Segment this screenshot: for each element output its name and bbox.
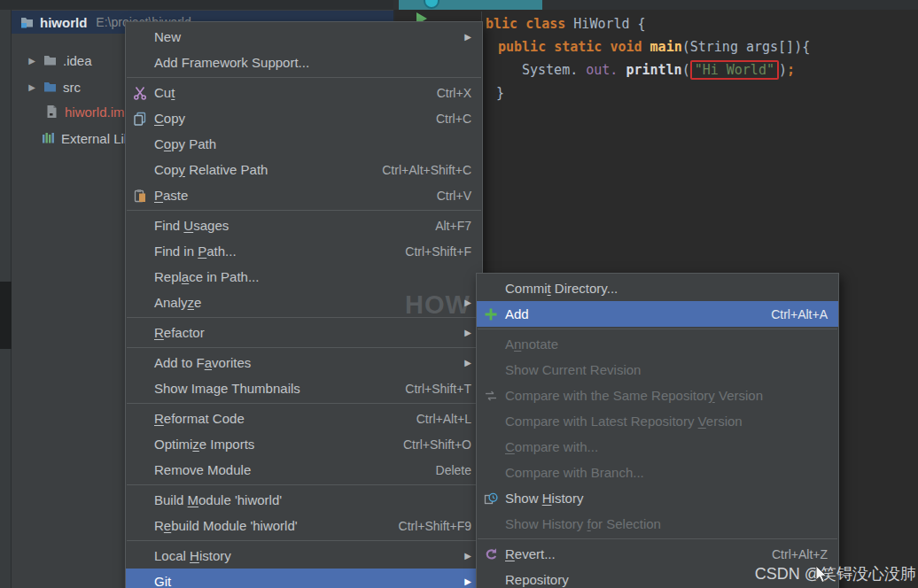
- menu-item-shortcut: Ctrl+Shift+O: [387, 437, 471, 452]
- folder-blue-icon: [43, 80, 58, 94]
- menu-item-label: Commit Directory...: [505, 281, 618, 296]
- library-icon: [41, 131, 56, 145]
- blank-icon: [133, 437, 154, 452]
- tool-window-stripe: [0, 10, 12, 588]
- blank-icon: [484, 337, 505, 352]
- code-token: public static void: [498, 39, 650, 55]
- menu-item-shortcut: Ctrl+X: [421, 86, 471, 100]
- menu-item-find-in-path[interactable]: Find in Path...Ctrl+Shift+F: [126, 238, 482, 264]
- tree-item-label: hiworld.iml: [65, 104, 128, 120]
- blank-icon: [484, 517, 505, 531]
- menu-separator: [478, 329, 837, 329]
- blank-icon: [133, 326, 154, 340]
- blank-icon: [133, 549, 154, 563]
- expand-chevron-icon[interactable]: ▶: [27, 56, 37, 66]
- menu-item-git[interactable]: Git▶: [126, 569, 482, 588]
- submenu-arrow-icon: ▶: [462, 576, 471, 586]
- code-token: HiWorld {: [573, 16, 645, 32]
- menu-item-add-framework-support[interactable]: Add Framework Support...: [126, 50, 482, 75]
- how-watermark: HOW: [405, 290, 471, 320]
- stripe-dark-patch: [0, 282, 12, 349]
- paste-icon: [133, 189, 154, 203]
- menu-item-label: Show Image Thumbnails: [154, 381, 300, 396]
- hist-icon: [484, 491, 505, 506]
- blank-icon: [133, 356, 154, 370]
- menu-item-refactor[interactable]: Refactor▶: [126, 320, 482, 345]
- menu-item-label: Local History: [154, 548, 231, 563]
- menu-item-show-history-for-selection: Show History for Selection: [477, 511, 838, 537]
- blank-icon: [133, 30, 154, 44]
- menu-item-label: Copy Relative Path: [154, 162, 268, 177]
- blank-icon: [133, 296, 154, 310]
- menu-item-rebuild-module-hiworld[interactable]: Rebuild Module 'hiworld'Ctrl+Shift+F9: [126, 513, 482, 538]
- menu-item-label: Copy: [154, 111, 185, 126]
- menu-item-cut[interactable]: CutCtrl+X: [126, 80, 482, 105]
- tree-item-label: src: [63, 80, 81, 95]
- ide-window: hiworld E:\project\hiworld ▶.idea▶srchiw…: [0, 0, 918, 588]
- revert-icon: [484, 547, 505, 561]
- menu-item-commit-directory[interactable]: Commit Directory...: [477, 275, 838, 301]
- menu-item-add-to-favorites[interactable]: Add to Favorites▶: [126, 350, 482, 375]
- menu-item-optimize-imports[interactable]: Optimize ImportsCtrl+Shift+O: [126, 431, 482, 457]
- menu-item-shortcut: Ctrl+Shift+F: [389, 244, 471, 259]
- menu-item-label: Compare with...: [505, 439, 598, 454]
- code-token: System.: [522, 62, 586, 78]
- menu-item-copy-relative-path[interactable]: Copy Relative PathCtrl+Alt+Shift+C: [126, 157, 482, 182]
- blank-icon: [133, 382, 154, 396]
- project-root-name: hiworld: [40, 15, 87, 30]
- menu-item-label: Optimize Imports: [154, 437, 254, 452]
- blank-icon: [484, 573, 505, 587]
- code-token: (: [682, 62, 690, 78]
- menu-item-remove-module[interactable]: Remove ModuleDelete: [126, 457, 482, 483]
- blank-icon: [484, 282, 505, 296]
- blank-icon: [133, 519, 154, 533]
- menu-item-paste[interactable]: PasteCtrl+V: [126, 182, 482, 208]
- menu-item-add[interactable]: AddCtrl+Alt+A: [477, 301, 838, 327]
- menu-item-compare-with-the-same-repository-version: Compare with the Same Repository Version: [477, 383, 838, 408]
- menu-item-label: Reformat Code: [154, 411, 245, 426]
- menu-item-find-usages[interactable]: Find UsagesAlt+F7: [126, 213, 482, 238]
- code-token: class: [525, 16, 573, 32]
- menu-item-shortcut: Ctrl+Alt+Z: [756, 547, 828, 561]
- blank-icon: [133, 463, 154, 477]
- plus-icon: [484, 307, 505, 321]
- blank-icon: [484, 414, 505, 429]
- menu-item-show-image-thumbnails[interactable]: Show Image ThumbnailsCtrl+Shift+T: [126, 375, 482, 401]
- menu-item-reformat-code[interactable]: Reformat CodeCtrl+Alt+L: [126, 406, 482, 431]
- blank-icon: [133, 219, 154, 233]
- menu-item-label: Revert...: [505, 546, 556, 561]
- editor-tab-selected[interactable]: [399, 0, 542, 10]
- menu-item-replace-in-path[interactable]: Replace in Path...: [126, 264, 482, 290]
- menu-item-copy[interactable]: CopyCtrl+C: [126, 105, 482, 131]
- code-token: (String args[]){: [682, 39, 811, 55]
- menu-item-show-history[interactable]: Show History: [477, 485, 838, 511]
- git-submenu: Commit Directory...AddCtrl+Alt+AAnnotate…: [476, 273, 839, 588]
- submenu-arrow-icon: ▶: [462, 358, 471, 368]
- menu-item-shortcut: Ctrl+Shift+T: [389, 382, 471, 396]
- menu-item-label: Show Current Revision: [505, 362, 641, 377]
- submenu-arrow-icon: ▶: [462, 32, 471, 42]
- menu-item-label: Show History: [505, 491, 583, 506]
- menu-separator: [127, 540, 481, 541]
- menu-item-label: Build Module 'hiworld': [154, 492, 282, 507]
- menu-item-label: Repository: [505, 572, 569, 587]
- code-token: ;: [787, 62, 795, 78]
- menu-item-label: Compare with Branch...: [505, 465, 644, 480]
- menu-item-build-module-hiworld[interactable]: Build Module 'hiworld': [126, 487, 482, 513]
- blank-icon: [484, 363, 505, 377]
- blank-icon: [133, 412, 154, 426]
- menu-separator: [127, 77, 481, 78]
- menu-item-label: Annotate: [505, 337, 558, 352]
- cmp-icon: [484, 389, 505, 403]
- menu-item-shortcut: Ctrl+Alt+A: [755, 307, 828, 321]
- blank-icon: [133, 575, 154, 588]
- menu-item-shortcut: Ctrl+C: [420, 112, 471, 126]
- menu-item-label: Cut: [154, 85, 175, 100]
- code-token: main: [650, 39, 682, 55]
- menu-item-local-history[interactable]: Local History▶: [126, 543, 482, 569]
- expand-chevron-icon[interactable]: ▶: [27, 82, 37, 92]
- project-panel-header: [0, 0, 393, 10]
- menu-item-label: Find in Path...: [154, 244, 237, 259]
- menu-item-new[interactable]: New▶: [126, 24, 482, 50]
- menu-item-copy-path[interactable]: Copy Path: [126, 131, 482, 157]
